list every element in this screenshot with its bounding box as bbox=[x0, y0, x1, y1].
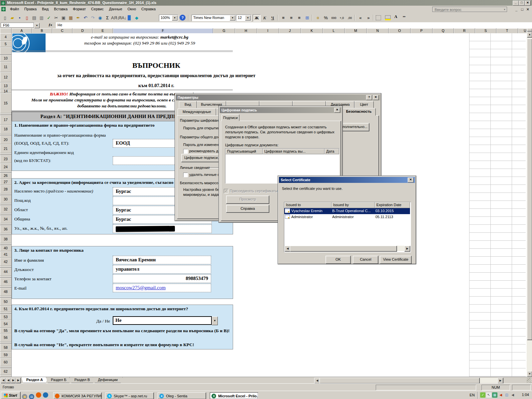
toolbar-icon[interactable]: ↶ bbox=[82, 14, 89, 21]
toolbar-icon[interactable]: ▉ bbox=[126, 14, 133, 21]
row-header[interactable]: 17 bbox=[0, 115, 12, 125]
toolbar-icon[interactable]: ◆ bbox=[133, 14, 140, 21]
digital-signatures-button[interactable]: Цифровые подписи... bbox=[181, 154, 224, 162]
column-header[interactable]: M bbox=[345, 28, 367, 34]
row-header[interactable]: 14 bbox=[0, 89, 12, 93]
toolbar-icon[interactable]: ЯА↓ bbox=[118, 14, 126, 21]
chevron-down-icon[interactable]: ▼ bbox=[245, 15, 251, 21]
row-header[interactable]: 15 bbox=[0, 93, 12, 113]
row-header[interactable]: 56 bbox=[0, 333, 12, 342]
help-button[interactable]: Справка bbox=[226, 205, 269, 213]
column-header[interactable]: F bbox=[113, 28, 213, 34]
row-header[interactable]: 20 bbox=[0, 135, 12, 144]
align-center-button[interactable]: ≡ bbox=[287, 14, 295, 22]
workbook-close-button[interactable]: ✕ bbox=[526, 7, 529, 12]
column-header[interactable]: N bbox=[367, 28, 389, 34]
toolbar-icon[interactable]: ▯ bbox=[1, 14, 9, 21]
column-header[interactable]: P bbox=[411, 28, 433, 34]
row-header[interactable]: 41 bbox=[0, 251, 12, 258]
toolbar-icon[interactable]: ▦ bbox=[67, 14, 74, 21]
street-input[interactable] bbox=[113, 224, 212, 233]
task-button[interactable]: SSkype™ - asp.net.ru bbox=[105, 392, 154, 399]
sheet-tab[interactable]: Раздел Б bbox=[46, 377, 71, 383]
minimize-button[interactable]: _ bbox=[513, 1, 519, 6]
split-handle[interactable] bbox=[527, 28, 532, 32]
font-name-select[interactable]: Times New Roman▼ bbox=[192, 15, 236, 21]
thousands-button[interactable]: 000 bbox=[330, 14, 338, 22]
italic-button[interactable]: К bbox=[261, 14, 269, 22]
tab-color[interactable]: Цвет bbox=[354, 101, 374, 108]
resize-grip[interactable] bbox=[527, 378, 531, 383]
row-header[interactable]: 27 bbox=[0, 179, 12, 185]
phone-input[interactable]: 898853479 bbox=[113, 274, 211, 283]
view-certificate-button[interactable]: View Certificate bbox=[380, 256, 412, 264]
scroll-thumb[interactable] bbox=[290, 246, 397, 252]
borders-button[interactable] bbox=[376, 15, 381, 20]
column-header[interactable]: Q bbox=[433, 28, 454, 34]
toolbar-icon[interactable]: ◉ bbox=[96, 14, 104, 21]
tray-icon[interactable]: ✓ bbox=[480, 392, 485, 398]
certificate-list[interactable]: Issued to Issued by Expiration Date Vyac… bbox=[284, 202, 411, 252]
readonly-checkbox[interactable] bbox=[183, 149, 188, 154]
help-icon[interactable]: ? bbox=[366, 95, 372, 100]
signature-dialog-titlebar[interactable]: Цифровая подпись ✕ bbox=[220, 107, 341, 113]
row-header[interactable]: 11 bbox=[0, 62, 12, 72]
quick-launch-icon[interactable] bbox=[36, 392, 41, 398]
row-header[interactable]: 26 bbox=[0, 173, 12, 179]
toolbar-icon[interactable]: ✂ bbox=[53, 14, 60, 21]
column-header[interactable]: H bbox=[235, 28, 257, 34]
name-box-dropdown[interactable]: ▼ bbox=[34, 23, 40, 28]
certificate-dialog-titlebar[interactable]: Select Certificate ✕ bbox=[279, 177, 415, 183]
toolbar-icon[interactable]: ✓ bbox=[45, 14, 53, 21]
tray-icon[interactable]: ◫ bbox=[504, 392, 509, 398]
row-header[interactable]: 32 bbox=[0, 205, 12, 213]
column-header[interactable]: L bbox=[323, 28, 345, 34]
column-header[interactable]: S bbox=[475, 28, 496, 34]
quick-launch-icon[interactable] bbox=[43, 392, 48, 398]
tab-international[interactable]: Международные bbox=[178, 108, 216, 116]
remove-personal-checkbox[interactable] bbox=[183, 173, 188, 177]
attach-certificate-checkbox[interactable]: ✓ bbox=[224, 189, 228, 194]
formula-input[interactable]: Не bbox=[55, 22, 532, 28]
decrease-decimal-button[interactable]: ,00 bbox=[346, 14, 354, 22]
restore-button[interactable]: □ bbox=[519, 1, 525, 6]
column-header[interactable]: O bbox=[389, 28, 411, 34]
contact-name-input[interactable]: Вячеслав Еремин bbox=[113, 256, 211, 264]
column-header[interactable]: I bbox=[257, 28, 279, 34]
menu-item[interactable]: Правка bbox=[22, 6, 39, 12]
column-header[interactable]: D bbox=[72, 28, 93, 34]
ok-button[interactable]: OK bbox=[326, 256, 351, 264]
sheet-tab[interactable]: Дефиниции bbox=[93, 377, 123, 383]
chevron-down-icon[interactable]: ▼ bbox=[172, 15, 178, 21]
options-dialog-titlebar[interactable]: Параметры ? ✕ bbox=[176, 94, 380, 100]
task-button[interactable]: ●Oleg - Sentia bbox=[158, 392, 206, 399]
row-header[interactable]: 4 bbox=[0, 33, 12, 41]
task-button[interactable]: КОМИСИЯ ЗА РЕГУЛИР... bbox=[53, 392, 102, 399]
menu-item[interactable]: Данные bbox=[106, 6, 125, 12]
previous-sheet-button[interactable]: ◀ bbox=[6, 378, 11, 383]
row-header[interactable]: 60 bbox=[0, 358, 12, 366]
certificate-row[interactable]: Administrator Administrator 05.11.2113 bbox=[284, 214, 410, 220]
row-header[interactable]: 44 bbox=[0, 268, 12, 276]
issued-to-column-header[interactable]: Issued to bbox=[284, 202, 332, 208]
tab-signatures[interactable]: Подписи bbox=[221, 114, 239, 121]
currency-button[interactable]: ¤ bbox=[314, 14, 322, 22]
close-icon[interactable]: ✕ bbox=[408, 178, 414, 183]
toolbar-icon[interactable]: АЯ↓ bbox=[111, 14, 118, 21]
row-header[interactable]: 59 bbox=[0, 352, 12, 358]
menu-item[interactable]: Окно bbox=[125, 6, 139, 12]
language-indicator[interactable]: EN bbox=[468, 392, 476, 398]
row-header[interactable]: 34 bbox=[0, 215, 12, 223]
toolbar-options-icon[interactable]: ▸▸ bbox=[403, 15, 406, 18]
column-header[interactable]: G bbox=[213, 28, 235, 34]
decrease-indent-button[interactable]: « bbox=[356, 14, 364, 22]
row-header[interactable]: 40 bbox=[0, 245, 12, 251]
cancel-button[interactable]: Cancel bbox=[353, 256, 378, 264]
row-header[interactable]: 54 bbox=[0, 320, 12, 328]
font-size-select[interactable]: 12▼ bbox=[236, 15, 251, 21]
vertical-scroll-thumb[interactable] bbox=[527, 39, 532, 340]
date-column-header[interactable]: Дата bbox=[325, 149, 339, 154]
first-sheet-button[interactable]: ◀ bbox=[1, 378, 6, 383]
clock[interactable]: 1:04 bbox=[522, 393, 529, 397]
zoom-select[interactable]: 100%▼ bbox=[159, 15, 178, 21]
